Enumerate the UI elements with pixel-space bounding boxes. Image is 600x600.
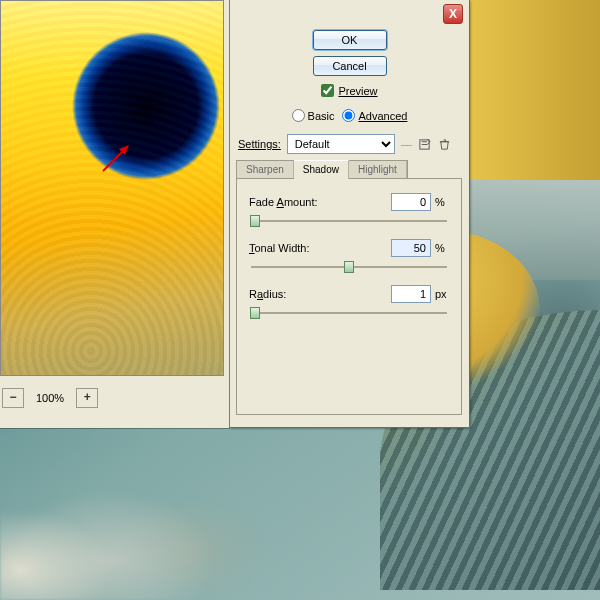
tonal-width-slider[interactable] (249, 259, 449, 275)
radius-label: Radius: (249, 288, 335, 300)
ok-button[interactable]: OK (313, 30, 387, 50)
tabs: Sharpen Shadow Highlight (236, 160, 408, 179)
fade-amount-slider[interactable] (249, 213, 449, 229)
zoom-in-button[interactable]: + (76, 388, 98, 408)
dialog-panel: X OK Cancel Preview Basic Advanced Setti… (230, 0, 470, 428)
preview-checkbox[interactable] (321, 84, 334, 97)
zoom-out-button[interactable]: − (2, 388, 24, 408)
save-settings-icon[interactable] (418, 137, 432, 151)
tonal-width-field: Tonal Width: % (249, 239, 449, 275)
preview-box[interactable] (0, 0, 224, 376)
basic-label: Basic (308, 110, 335, 122)
zoom-controls: − 100% + (2, 388, 98, 408)
preview-label: Preview (338, 85, 377, 97)
radius-field: Radius: px (249, 285, 449, 321)
slider-thumb[interactable] (250, 307, 260, 319)
zoom-value: 100% (30, 392, 70, 404)
mode-row: Basic Advanced (292, 109, 408, 122)
fade-amount-unit: % (431, 196, 449, 208)
radius-input[interactable] (391, 285, 431, 303)
fade-amount-field: Fade Amount: % (249, 193, 449, 229)
slider-track (251, 220, 447, 222)
advanced-radio-label[interactable]: Advanced (342, 109, 407, 122)
basic-radio[interactable] (292, 109, 305, 122)
radius-unit: px (431, 288, 449, 300)
delete-settings-icon[interactable] (438, 137, 452, 151)
settings-row: Settings: Default — (238, 134, 452, 154)
settings-label: Settings: (238, 138, 281, 150)
settings-select[interactable]: Default (287, 134, 395, 154)
slider-thumb[interactable] (344, 261, 354, 273)
tab-shadow[interactable]: Shadow (294, 160, 349, 179)
radius-slider[interactable] (249, 305, 449, 321)
preview-toggle-row: Preview (321, 84, 377, 97)
close-icon: X (449, 7, 457, 21)
background-coral (0, 430, 260, 600)
slider-thumb[interactable] (250, 215, 260, 227)
fade-amount-input[interactable] (391, 193, 431, 211)
minus-icon: − (9, 390, 16, 404)
advanced-label: Advanced (358, 110, 407, 122)
slider-track (251, 312, 447, 314)
advanced-radio[interactable] (342, 109, 355, 122)
tab-sharpen[interactable]: Sharpen (237, 161, 294, 178)
cancel-button[interactable]: Cancel (313, 56, 387, 76)
tab-panel-shadow: Fade Amount: % Tonal Width: % (236, 178, 462, 415)
tonal-width-label: Tonal Width: (249, 242, 335, 254)
preview-panel: − 100% + (0, 0, 230, 428)
fade-amount-label: Fade Amount: (249, 196, 335, 208)
tonal-width-input[interactable] (391, 239, 431, 257)
basic-radio-label[interactable]: Basic (292, 109, 335, 122)
tab-highlight[interactable]: Highlight (349, 161, 407, 178)
plus-icon: + (84, 390, 91, 404)
button-stack: OK Cancel Preview Basic Advanced (230, 30, 469, 122)
preview-image (1, 1, 223, 375)
close-button[interactable]: X (443, 4, 463, 24)
tonal-width-unit: % (431, 242, 449, 254)
